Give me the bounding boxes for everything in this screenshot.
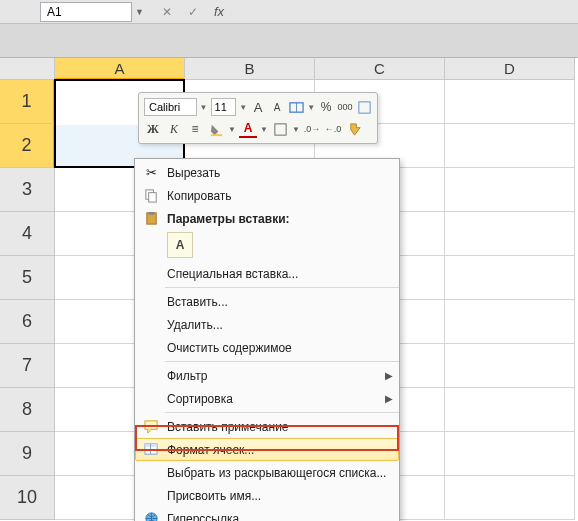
svg-rect-4 (274, 123, 285, 134)
font-size-selector[interactable]: 11 (211, 98, 237, 116)
align-icon[interactable]: ≡ (186, 120, 204, 138)
format-cells-icon (139, 440, 163, 460)
row-header-10[interactable]: 10 (0, 476, 55, 520)
mini-toolbar: Calibri▼ 11▼ A A ▼ Ж К ≡ ▼ A▼ ▼ .0→ ←.0 (138, 92, 378, 144)
italic-button[interactable]: К (165, 120, 183, 138)
svg-rect-3 (210, 134, 221, 136)
svg-rect-6 (148, 193, 156, 202)
menu-paste-special[interactable]: Специальная вставка... (135, 262, 399, 285)
menu-format-cells[interactable]: Формат ячеек... (135, 438, 399, 461)
fx-label[interactable]: fx (214, 4, 224, 19)
cell[interactable] (445, 124, 575, 168)
name-box[interactable]: A1 (40, 2, 132, 22)
row-header-8[interactable]: 8 (0, 388, 55, 432)
font-selector[interactable]: Calibri (144, 98, 197, 116)
row-header-1[interactable]: 1 (0, 80, 55, 124)
row-header-3[interactable]: 3 (0, 168, 55, 212)
cancel-formula-icon: ✕ (156, 3, 178, 21)
cell[interactable] (445, 300, 575, 344)
col-header-a[interactable]: A (55, 58, 185, 80)
menu-cut[interactable]: ✂ Вырезать (135, 161, 399, 184)
row-header-4[interactable]: 4 (0, 212, 55, 256)
font-color-icon[interactable]: A (239, 120, 257, 138)
cell[interactable] (445, 212, 575, 256)
increase-decimal-icon[interactable]: .0→ (303, 120, 321, 138)
border-icon[interactable] (271, 120, 289, 138)
row-header-5[interactable]: 5 (0, 256, 55, 300)
fill-color-icon[interactable] (207, 120, 225, 138)
scissors-icon: ✂ (139, 163, 163, 183)
increase-font-icon[interactable]: A (250, 98, 266, 116)
menu-clear-contents[interactable]: Очистить содержимое (135, 336, 399, 359)
cell[interactable] (445, 168, 575, 212)
menu-copy[interactable]: Копировать (135, 184, 399, 207)
cell[interactable] (445, 388, 575, 432)
formula-bar-area (0, 24, 578, 58)
chevron-down-icon[interactable]: ▼ (307, 103, 315, 112)
menu-define-name[interactable]: Присвоить имя... (135, 484, 399, 507)
menu-insert-comment[interactable]: Вставить примечание (135, 415, 399, 438)
decrease-font-icon[interactable]: A (269, 98, 285, 116)
cell[interactable] (445, 80, 575, 124)
format-painter-icon[interactable] (345, 120, 363, 138)
cell[interactable] (445, 432, 575, 476)
decrease-decimal-icon[interactable]: ←.0 (324, 120, 342, 138)
row-header-2[interactable]: 2 (0, 124, 55, 168)
clipboard-icon (139, 209, 163, 229)
menu-delete[interactable]: Удалить... (135, 313, 399, 336)
cell[interactable] (445, 476, 575, 520)
col-header-c[interactable]: C (315, 58, 445, 80)
comment-icon (139, 417, 163, 437)
hyperlink-icon (139, 509, 163, 522)
enter-formula-icon: ✓ (182, 3, 204, 21)
cell[interactable] (445, 344, 575, 388)
submenu-arrow-icon: ▶ (385, 393, 393, 404)
chevron-down-icon[interactable]: ▼ (292, 125, 300, 134)
chevron-down-icon[interactable]: ▼ (228, 125, 236, 134)
menu-pick-from-dropdown[interactable]: Выбрать из раскрывающегося списка... (135, 461, 399, 484)
comma-format-icon[interactable] (337, 98, 353, 116)
menu-hyperlink[interactable]: Гиперссылка... (135, 507, 399, 521)
chevron-down-icon[interactable]: ▼ (200, 103, 208, 112)
bold-button[interactable]: Ж (144, 120, 162, 138)
cell[interactable] (445, 256, 575, 300)
col-header-b[interactable]: B (185, 58, 315, 80)
select-all-corner[interactable] (0, 58, 55, 80)
percent-format-icon[interactable] (318, 98, 334, 116)
row-header-9[interactable]: 9 (0, 432, 55, 476)
name-box-dropdown-icon[interactable]: ▼ (132, 3, 146, 21)
chevron-down-icon[interactable]: ▼ (260, 125, 268, 134)
chevron-down-icon[interactable]: ▼ (239, 103, 247, 112)
paste-option-default[interactable]: A (167, 232, 193, 258)
col-header-d[interactable]: D (445, 58, 575, 80)
row-header-7[interactable]: 7 (0, 344, 55, 388)
menu-insert[interactable]: Вставить... (135, 290, 399, 313)
menu-filter[interactable]: Фильтр ▶ (135, 364, 399, 387)
svg-rect-9 (144, 421, 156, 429)
context-menu: ✂ Вырезать Копировать Параметры вставки:… (134, 158, 400, 521)
submenu-arrow-icon: ▶ (385, 370, 393, 381)
menu-sort[interactable]: Сортировка ▶ (135, 387, 399, 410)
menu-paste-options-header: Параметры вставки: (135, 207, 399, 230)
row-header-6[interactable]: 6 (0, 300, 55, 344)
borders-icon[interactable] (356, 98, 372, 116)
svg-rect-2 (358, 101, 369, 112)
svg-rect-8 (148, 212, 154, 215)
merge-cells-icon[interactable] (288, 98, 304, 116)
copy-icon (139, 186, 163, 206)
